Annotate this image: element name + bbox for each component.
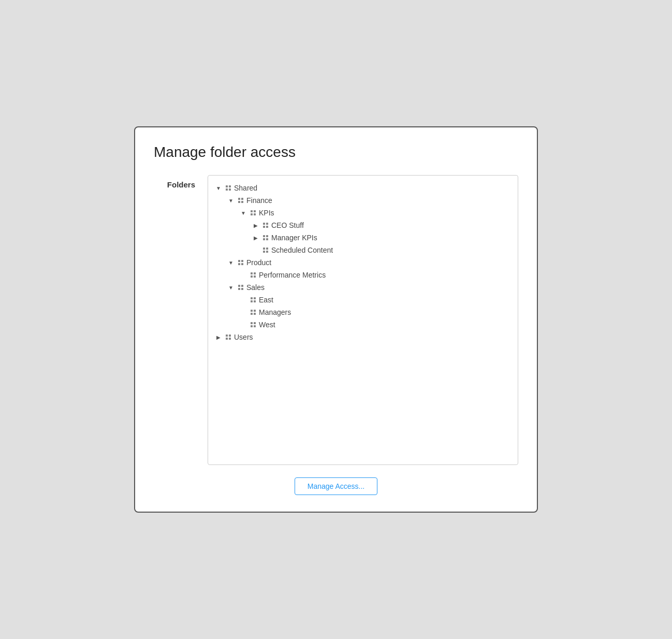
tree-item-label: Users (234, 333, 253, 341)
tree-item-sales[interactable]: Sales (208, 281, 518, 294)
tree-item-ceo-stuff[interactable]: CEO Stuff (208, 219, 518, 231)
chevron-down-icon (227, 285, 235, 291)
dialog-title: Manage folder access (154, 144, 518, 161)
tree-item-label: Scheduled Content (271, 246, 333, 254)
folder-grid-icon (263, 235, 268, 240)
chevron-down-icon (239, 210, 247, 216)
tree-item-scheduled-content[interactable]: Scheduled Content (208, 244, 518, 256)
tree-item-manager-kpis[interactable]: Manager KPIs (208, 231, 518, 244)
chevron-down-icon (227, 260, 235, 266)
tree-item-label: Performance Metrics (259, 271, 326, 279)
folder-grid-icon (251, 210, 256, 215)
tree-item-label: Manager KPIs (271, 234, 317, 242)
folder-grid-icon (226, 335, 231, 340)
folders-label: Folders (154, 175, 195, 189)
folder-grid-icon (251, 297, 256, 302)
folder-grid-icon (263, 223, 268, 228)
folder-grid-icon (251, 272, 256, 278)
chevron-down-icon (227, 198, 235, 204)
chevron-right-icon (252, 223, 260, 228)
chevron-down-icon (214, 185, 223, 191)
content-row: Folders SharedFinanceKPIsCEO StuffManage… (154, 175, 518, 465)
tree-item-label: East (259, 296, 273, 304)
tree-item-label: Managers (259, 308, 291, 316)
folder-grid-icon (226, 185, 231, 191)
tree-item-east[interactable]: East (208, 294, 518, 306)
folder-grid-icon (263, 248, 268, 253)
tree-item-finance[interactable]: Finance (208, 194, 518, 207)
folder-grid-icon (238, 285, 243, 290)
folder-grid-icon (238, 198, 243, 203)
tree-item-label: KPIs (259, 209, 274, 217)
tree-item-product[interactable]: Product (208, 256, 518, 269)
tree-item-label: Product (246, 258, 271, 267)
folder-grid-icon (251, 310, 256, 315)
tree-item-users[interactable]: Users (208, 331, 518, 343)
tree-item-kpis[interactable]: KPIs (208, 207, 518, 219)
tree-item-label: West (259, 321, 275, 329)
footer-row: Manage Access... (154, 477, 518, 495)
chevron-right-icon (214, 335, 223, 340)
tree-item-west[interactable]: West (208, 318, 518, 331)
folder-grid-icon (251, 322, 256, 327)
folder-tree-panel: SharedFinanceKPIsCEO StuffManager KPIsSc… (208, 175, 518, 465)
tree-item-label: Sales (246, 283, 265, 292)
folder-grid-icon (238, 260, 243, 265)
tree-item-label: Shared (234, 184, 257, 192)
manage-access-button[interactable]: Manage Access... (295, 477, 378, 495)
manage-folder-access-dialog: Manage folder access Folders SharedFinan… (134, 126, 538, 513)
tree-item-shared[interactable]: Shared (208, 182, 518, 194)
chevron-right-icon (252, 235, 260, 241)
tree-item-managers[interactable]: Managers (208, 306, 518, 318)
tree-item-performance-metrics[interactable]: Performance Metrics (208, 269, 518, 281)
tree-item-label: CEO Stuff (271, 221, 304, 229)
tree-item-label: Finance (246, 196, 272, 205)
